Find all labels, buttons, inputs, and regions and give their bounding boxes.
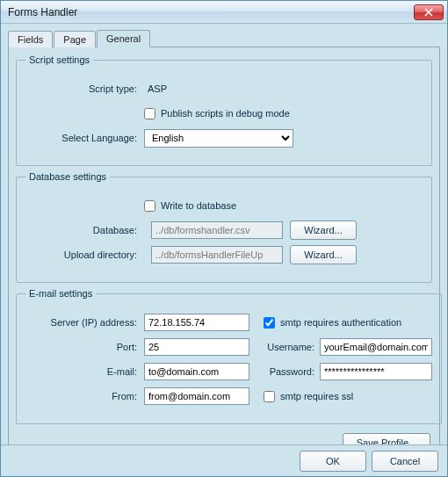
input-upload-directory[interactable] xyxy=(151,246,283,264)
input-username[interactable] xyxy=(320,338,432,356)
button-database-wizard[interactable]: Wizard... xyxy=(290,220,357,240)
label-select-language: Select Language: xyxy=(25,133,144,143)
input-email[interactable] xyxy=(144,363,249,380)
label-upload-directory: Upload directory: xyxy=(25,249,144,260)
button-save-profile[interactable]: Save Profile... xyxy=(343,433,430,444)
legend-script-settings: Script settings xyxy=(25,54,93,65)
close-icon xyxy=(424,8,433,17)
select-language[interactable]: English xyxy=(144,129,293,148)
label-database: Database: xyxy=(25,225,144,235)
input-password[interactable] xyxy=(320,363,432,380)
tab-strip: Fields Page General xyxy=(8,29,440,47)
input-server-ip[interactable] xyxy=(144,314,249,331)
group-email-settings: E-mail settings Server (IP) address: smt… xyxy=(16,288,442,424)
label-password: Password: xyxy=(264,366,320,377)
label-debug-mode: Publish scripts in debug mode xyxy=(161,108,290,119)
group-database-settings: Database settings Write to database Data… xyxy=(16,171,432,283)
label-email: E-mail: xyxy=(25,366,144,377)
value-script-type: ASP xyxy=(144,83,167,94)
checkbox-write-database[interactable] xyxy=(144,200,155,212)
label-server-ip: Server (IP) address: xyxy=(25,317,144,328)
tab-fields[interactable]: Fields xyxy=(8,31,53,47)
input-port[interactable] xyxy=(144,338,249,356)
tab-page[interactable]: Page xyxy=(54,31,96,47)
client-area: Fields Page General Script settings Scri… xyxy=(1,24,447,444)
window-title: Forms Handler xyxy=(8,6,414,18)
button-ok[interactable]: OK xyxy=(300,451,366,472)
label-port: Port: xyxy=(25,342,144,352)
label-script-type: Script type: xyxy=(25,83,144,94)
dialog-footer: OK Cancel xyxy=(1,444,447,476)
legend-database-settings: Database settings xyxy=(25,171,110,182)
button-upload-wizard[interactable]: Wizard... xyxy=(290,245,357,264)
button-cancel[interactable]: Cancel xyxy=(372,451,438,472)
checkbox-smtp-ssl[interactable] xyxy=(264,391,275,402)
input-database-path[interactable] xyxy=(151,221,283,239)
checkbox-smtp-auth[interactable] xyxy=(264,317,275,329)
close-button[interactable] xyxy=(414,4,444,20)
label-smtp-ssl: smtp requires ssl xyxy=(280,391,353,401)
checkbox-debug-mode[interactable] xyxy=(144,108,155,119)
dialog-window: Forms Handler Fields Page General Script… xyxy=(0,0,448,477)
titlebar: Forms Handler xyxy=(1,1,447,24)
label-smtp-auth: smtp requires authentication xyxy=(280,317,401,328)
label-username: Username: xyxy=(264,342,320,352)
input-from[interactable] xyxy=(144,387,249,405)
tab-general[interactable]: General xyxy=(97,30,150,47)
group-script-settings: Script settings Script type: ASP Publish… xyxy=(16,54,432,166)
label-from: From: xyxy=(25,391,144,401)
label-write-database: Write to database xyxy=(161,200,236,211)
tabpanel-general: Script settings Script type: ASP Publish… xyxy=(8,47,440,444)
legend-email-settings: E-mail settings xyxy=(25,288,96,299)
